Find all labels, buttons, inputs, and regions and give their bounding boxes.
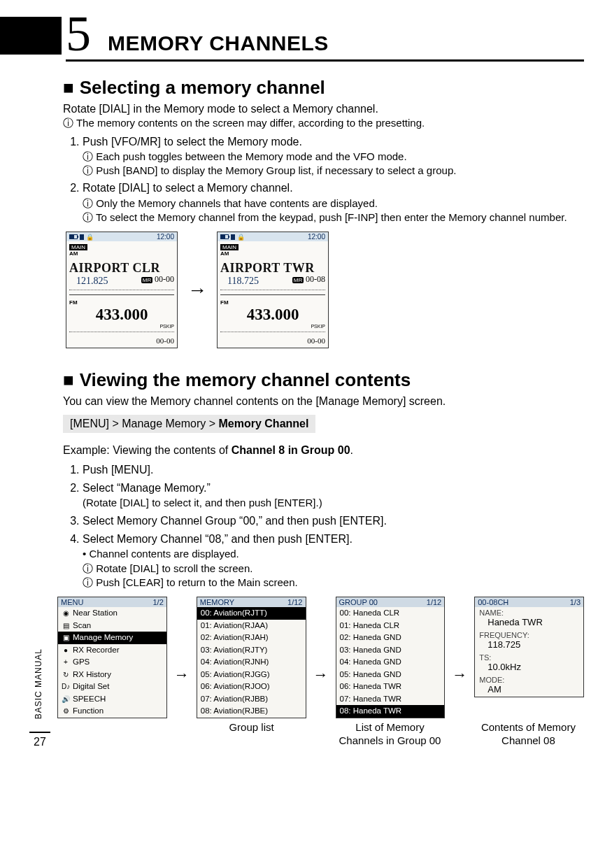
sub-channel-num: 00-00	[69, 336, 174, 345]
menu-item-icon: +	[62, 657, 70, 667]
list-item-label: GPS	[73, 657, 90, 668]
main-tag: MAIN	[69, 244, 87, 250]
list-item: D♪Digital Set	[58, 681, 166, 693]
menu-item-icon: 🔊	[62, 695, 70, 704]
s2-step-2: Select “Manage Memory.” (Rotate [DIAL] t…	[83, 481, 584, 511]
lock-icon: 🔒	[237, 234, 245, 241]
list-item: ⚙Function	[58, 705, 166, 718]
arrow-right-icon: →	[174, 666, 190, 684]
detail-freq-value: 118.725	[475, 639, 583, 652]
list-item-label: 04: Aviation(RJNH)	[201, 657, 269, 668]
channel-name: AIRPORT CLR	[69, 261, 174, 276]
info-icon: ⓘ	[83, 576, 93, 588]
list-item: 07: Aviation(RJBB)	[197, 693, 306, 706]
section1-intro: Rotate [DIAL] in the Memory mode to sele…	[63, 101, 584, 117]
section1-intro-note: ⓘ The memory contents on the screen may …	[63, 117, 584, 130]
detail-ts-label: TS:	[475, 652, 583, 662]
header-black-bar	[0, 17, 62, 55]
caption-channel-contents: Contents of Memory Channel 08	[473, 718, 584, 748]
list-item-label: 08: Aviation(RJBE)	[201, 706, 268, 717]
menu-item-icon: ●	[62, 646, 70, 655]
caption-group-list: Group list	[196, 718, 307, 748]
list-item: 05: Haneda GND	[336, 669, 445, 681]
channel-detail-screen: 00-08CH1/3 NAME: Haneda TWR FREQUENCY: 1…	[474, 597, 584, 697]
list-item-label: 08: Haneda TWR	[340, 706, 402, 717]
mode-am-label: AM	[69, 250, 174, 257]
list-item-label: 07: Haneda TWR	[340, 694, 402, 705]
list-item-label: Digital Set	[73, 681, 109, 692]
detail-freq-label: FREQUENCY:	[475, 629, 583, 639]
list-item-label: 00: Aviation(RJTT)	[201, 608, 267, 619]
list-item-label: 03: Haneda GND	[340, 645, 401, 656]
s2-step-3: Select Memory Channel Group “00,” and th…	[83, 513, 584, 529]
channel-frequency: 118.725	[227, 276, 259, 286]
info-icon: ⓘ	[83, 164, 93, 176]
list-item-label: 00: Haneda CLR	[340, 608, 400, 619]
lcd-screen-airport-clr: 🔒 12:00 MAIN AM AIRPORT CLR 121.825 MR 0…	[66, 232, 178, 348]
group00-list-screen: GROUP 001/12 00: Haneda CLR01: Haneda CL…	[336, 597, 446, 718]
menu-path-box: [MENU] > Manage Memory > Memory Channel	[63, 415, 315, 433]
list-item-label: Function	[73, 706, 104, 717]
pskip-label: PSKIP	[220, 324, 325, 329]
detail-mode-value: AM	[475, 684, 583, 697]
channel-name: AIRPORT TWR	[220, 261, 325, 276]
list-item: ↻RX History	[58, 669, 166, 681]
info-icon: ⓘ	[83, 211, 93, 223]
section2-steps: Push [MENU]. Select “Manage Memory.” (Ro…	[63, 462, 584, 590]
chapter-number: 5	[66, 14, 91, 55]
list-item-label: 07: Aviation(RJBB)	[201, 694, 268, 705]
lock-icon: 🔒	[86, 234, 94, 241]
list-item: ▣Manage Memory	[58, 632, 166, 644]
list-item: ▤Scan	[58, 620, 166, 632]
list-item: 08: Aviation(RJBE)	[197, 705, 306, 718]
mode-am-label: AM	[220, 250, 325, 257]
lcd-screen-airport-twr: 🔒 12:00 MAIN AM AIRPORT TWR 118.725 MR 0…	[217, 232, 329, 348]
list-item-label: 06: Haneda TWR	[340, 681, 402, 692]
step-1: Push [VFO/MR] to select the Memory mode.…	[83, 134, 584, 178]
captions-row: Group list List of Memory Channels in Gr…	[57, 718, 584, 748]
sdcard-icon	[80, 234, 84, 240]
menu-item-icon: ▤	[62, 621, 70, 631]
section2-intro: You can view the Memory channel contents…	[63, 394, 584, 409]
s2-step-4: Select Memory Channel “08,” and then pus…	[83, 532, 584, 590]
list-item-label: 01: Aviation(RJAA)	[201, 620, 268, 632]
menu-item-icon: ◉	[62, 609, 70, 618]
page-number: 27	[29, 732, 50, 748]
list-item-label: RX Recorder	[73, 645, 119, 656]
list-item: 🔊SPEECH	[58, 693, 166, 706]
sub-frequency: 433.000	[69, 306, 174, 324]
sdcard-icon	[231, 234, 235, 240]
mode-fm-label: FM	[220, 299, 229, 306]
list-item: ●RX Recorder	[58, 644, 166, 657]
example-line: Example: Viewing the contents of Channel…	[63, 443, 584, 458]
caption-channels-list: List of Memory Channels in Group 00	[334, 718, 446, 748]
arrow-right-icon: →	[452, 666, 467, 684]
menu-item-icon: ⚙	[62, 706, 70, 716]
lcd-clock: 12:00	[308, 233, 325, 241]
mode-fm-label: FM	[69, 299, 78, 306]
chapter-header: 5 MEMORY CHANNELS	[66, 14, 584, 62]
list-item-label: 01: Haneda CLR	[340, 620, 400, 632]
list-item: ◉Near Station	[58, 607, 166, 620]
list-item: 06: Haneda TWR	[336, 681, 445, 693]
battery-icon	[220, 234, 229, 239]
section1-steps: Push [VFO/MR] to select the Memory mode.…	[63, 134, 584, 225]
channel-frequency: 121.825	[76, 276, 108, 286]
list-item-label: 03: Aviation(RJTY)	[201, 645, 268, 656]
step-2: Rotate [DIAL] to select a Memory channel…	[83, 180, 584, 225]
list-item-label: 04: Haneda GND	[340, 657, 401, 668]
sub-channel-num: 00-00	[220, 336, 325, 345]
menu-screen: MENU1/2 ◉Near Station▤Scan▣Manage Memory…	[57, 597, 167, 718]
square-bullet-icon: ■	[63, 77, 74, 98]
list-item: 01: Aviation(RJAA)	[197, 620, 306, 632]
info-icon: ⓘ	[83, 562, 93, 574]
info-icon: ⓘ	[63, 117, 73, 129]
battery-icon	[69, 234, 78, 239]
detail-name-label: NAME:	[475, 607, 583, 617]
list-item: +GPS	[58, 656, 166, 669]
menu-item-icon: ↻	[62, 670, 70, 680]
s2-step-1: Push [MENU].	[83, 462, 584, 478]
menu-item-icon: ▣	[62, 633, 70, 643]
list-item: 03: Aviation(RJTY)	[197, 644, 306, 657]
section-viewing-heading: ■Viewing the memory channel contents	[63, 369, 584, 391]
